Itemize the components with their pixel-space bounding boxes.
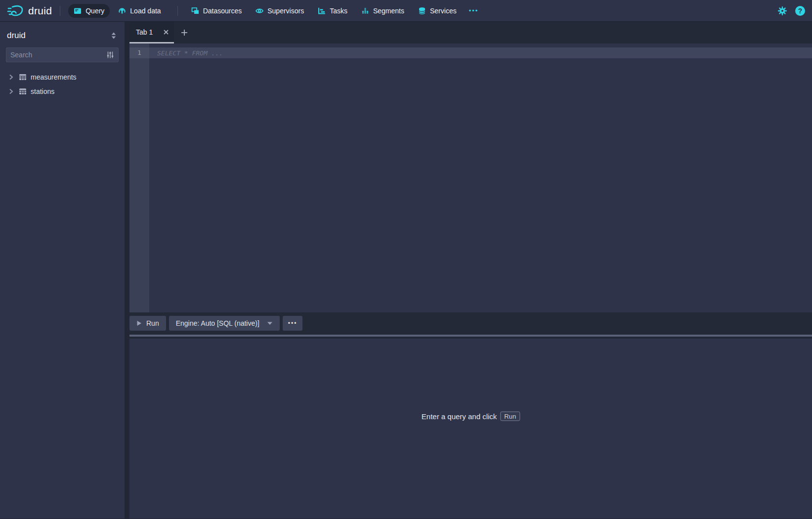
nav-item-query[interactable]: Query [68, 4, 110, 18]
nav-item-label: Supervisors [267, 7, 304, 15]
nav-item-label: Tasks [330, 7, 347, 15]
tab-label: Tab 1 [136, 28, 163, 36]
engine-select-button[interactable]: Engine: Auto [SQL (native)] [169, 316, 280, 331]
run-kbd-hint[interactable]: Run [500, 411, 520, 421]
console-icon [74, 7, 82, 15]
table-tree: measurements stations [6, 70, 119, 98]
chevron-right-icon[interactable] [7, 73, 15, 81]
schema-header: druid [6, 28, 119, 42]
plus-icon [180, 29, 188, 37]
nav-item-load-data[interactable]: Load data [113, 4, 166, 18]
sidebar-splitter[interactable] [125, 22, 129, 519]
table-icon [19, 87, 27, 95]
help-icon: ? [798, 7, 803, 15]
help-button[interactable]: ? [795, 6, 805, 16]
add-tab-button[interactable] [180, 29, 188, 37]
query-tabbar: Tab 1 [129, 22, 812, 43]
navbar-right-actions: ? [777, 6, 805, 16]
nav-item-services[interactable]: Services [413, 4, 462, 18]
nav-divider [60, 6, 60, 16]
filter-sliders-icon[interactable] [106, 51, 114, 59]
tab-1[interactable]: Tab 1 [129, 22, 174, 43]
double-caret-vertical-icon[interactable] [110, 32, 118, 40]
druid-logo-icon [7, 3, 25, 18]
nav-item-tasks[interactable]: Tasks [312, 4, 353, 18]
run-toolbar: Run Engine: Auto [SQL (native)] ••• [129, 312, 812, 339]
line-number: 1 [129, 47, 149, 58]
settings-button[interactable] [777, 6, 787, 16]
gear-icon [777, 6, 787, 16]
active-line[interactable]: SELECT * FROM ... [149, 47, 812, 58]
workspace: druid [0, 22, 812, 519]
tree-item-stations[interactable]: stations [6, 84, 119, 98]
query-main: Tab 1 1 [129, 22, 812, 519]
results-splitter-handle[interactable] [129, 335, 812, 337]
empty-results-message: Enter a query and click Run [422, 411, 520, 421]
stacked-chart-icon [361, 7, 369, 15]
engine-label: Engine: Auto [SQL (native)] [176, 319, 259, 327]
editor-gutter: 1 [129, 43, 149, 312]
table-name: measurements [31, 73, 77, 81]
database-icon [418, 7, 426, 15]
upload-icon [118, 7, 126, 15]
nav-item-label: Segments [373, 7, 404, 15]
druid-logo-group[interactable]: druid [7, 3, 52, 18]
sql-editor[interactable]: 1 SELECT * FROM ... [129, 43, 812, 312]
empty-message-text: Enter a query and click [422, 412, 497, 420]
schema-sidebar: druid [0, 22, 125, 519]
table-icon [19, 73, 27, 81]
tree-item-measurements[interactable]: measurements [6, 70, 119, 84]
editor-placeholder: SELECT * FROM ... [157, 49, 223, 57]
query-more-button[interactable]: ••• [283, 316, 303, 331]
nav-item-label: Datasources [203, 7, 242, 15]
nav-divider [177, 6, 178, 16]
chevron-right-icon[interactable] [7, 87, 15, 95]
results-pane: Enter a query and click Run [129, 339, 812, 519]
close-icon[interactable] [163, 29, 170, 36]
gantt-icon [318, 7, 326, 15]
top-navbar: druid Query Load data Datasource [0, 0, 812, 22]
caret-down-icon [267, 321, 273, 325]
nav-item-label: Services [430, 7, 457, 15]
nav-item-label: Query [85, 7, 104, 15]
play-icon [136, 320, 142, 326]
nav-more-button[interactable]: ••• [465, 4, 483, 17]
run-toolbar-buttons: Run Engine: Auto [SQL (native)] ••• [129, 316, 812, 331]
nav-item-datasources[interactable]: Datasources [186, 4, 248, 18]
druid-console: druid Query Load data Datasource [0, 0, 812, 519]
logo-wordmark: druid [28, 5, 52, 17]
table-name: stations [31, 87, 54, 95]
nav-item-supervisors[interactable]: Supervisors [250, 4, 309, 18]
run-button-label: Run [146, 319, 159, 327]
eye-icon [256, 7, 263, 15]
search-input[interactable] [10, 51, 106, 59]
schema-title: druid [7, 31, 26, 41]
editor-code-area[interactable]: SELECT * FROM ... [149, 43, 812, 312]
nav-item-segments[interactable]: Segments [356, 4, 410, 18]
table-search[interactable] [6, 47, 119, 62]
nav-item-label: Load data [130, 7, 161, 15]
stacked-windows-icon [191, 7, 199, 15]
run-button[interactable]: Run [129, 316, 166, 331]
